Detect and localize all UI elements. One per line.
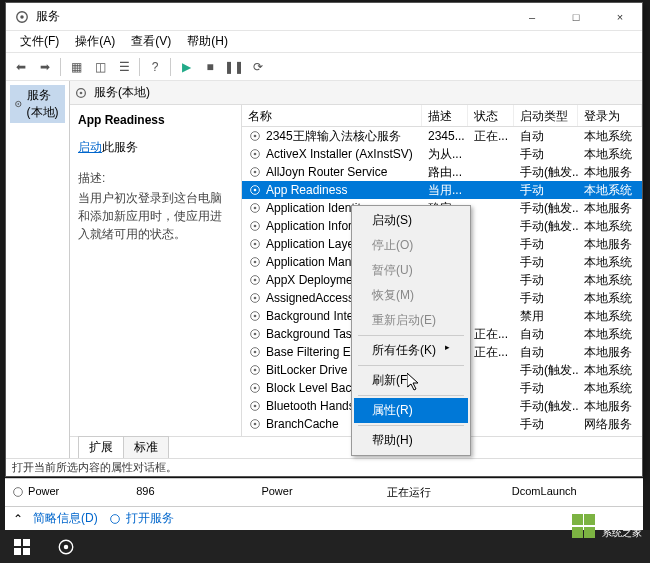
content-area: 服务(本地) 服务(本地) App Readiness 启动此服务 描述: 当用… (6, 81, 642, 458)
svg-rect-49 (23, 539, 30, 546)
background-process-row: Power 896 Power 正在运行 DcomLaunch (5, 478, 643, 506)
details-pane: App Readiness 启动此服务 描述: 当用户初次登录到这台电脑和添加新… (70, 105, 242, 436)
menu-item[interactable]: 帮助(H) (354, 428, 468, 453)
menu-separator (358, 395, 464, 396)
window-title: 服务 (36, 8, 510, 25)
menu-item[interactable]: 属性(R) (354, 398, 468, 423)
stop-button[interactable]: ■ (199, 56, 221, 78)
svg-point-17 (254, 225, 257, 228)
service-icon (248, 399, 262, 413)
statusbar: 打开当前所选内容的属性对话框。 (6, 458, 642, 476)
svg-point-5 (80, 91, 83, 94)
svg-point-21 (254, 261, 257, 264)
export-button[interactable]: ◫ (89, 56, 111, 78)
svg-rect-50 (14, 548, 21, 555)
menu-help[interactable]: 帮助(H) (179, 31, 236, 52)
titlebar[interactable]: 服务 – □ × (6, 3, 642, 31)
service-icon (248, 381, 262, 395)
properties-button[interactable]: ☰ (113, 56, 135, 78)
start-link[interactable]: 启动 (78, 140, 102, 154)
svg-point-53 (64, 544, 69, 549)
main-header-title: 服务(本地) (94, 84, 150, 101)
menu-item[interactable]: 所有任务(K) (354, 338, 468, 363)
expand-toggle[interactable]: ⌃ (13, 512, 23, 526)
svg-point-27 (254, 315, 257, 318)
services-icon (14, 9, 30, 25)
svg-point-1 (20, 15, 24, 19)
maximize-button[interactable]: □ (554, 3, 598, 31)
svg-point-35 (254, 387, 257, 390)
start-menu-button[interactable] (0, 530, 44, 563)
svg-point-31 (254, 351, 257, 354)
menu-item: 暂停(U) (354, 258, 468, 283)
svg-point-15 (254, 207, 257, 210)
service-icon (248, 327, 262, 341)
service-icon (248, 201, 262, 215)
forward-button[interactable]: ➡ (34, 56, 56, 78)
tree-label: 服务(本地) (27, 87, 61, 121)
col-name[interactable]: 名称 (242, 105, 422, 126)
start-service-action: 启动此服务 (78, 139, 233, 156)
gear-icon (108, 512, 122, 526)
bg-status: 正在运行 (387, 485, 512, 500)
service-row[interactable]: App Readiness当用...手动本地系统 (242, 181, 642, 199)
service-row[interactable]: 2345王牌输入法核心服务2345...正在...自动本地系统 (242, 127, 642, 145)
menu-action[interactable]: 操作(A) (67, 31, 123, 52)
toolbar: ⬅ ➡ ▦ ◫ ☰ ? ▶ ■ ❚❚ ⟳ (6, 53, 642, 81)
background-footer: ⌃ 简略信息(D) 打开服务 (5, 506, 643, 530)
menu-item[interactable]: 启动(S) (354, 208, 468, 233)
back-button[interactable]: ⬅ (10, 56, 32, 78)
svg-point-9 (254, 153, 257, 156)
service-icon (248, 165, 262, 179)
svg-point-19 (254, 243, 257, 246)
restart-button[interactable]: ⟳ (247, 56, 269, 78)
col-logon[interactable]: 登录为 (578, 105, 642, 126)
service-icon (248, 417, 262, 431)
svg-point-3 (17, 103, 19, 105)
service-icon (248, 255, 262, 269)
service-icon (248, 345, 262, 359)
show-hide-button[interactable]: ▦ (65, 56, 87, 78)
bg-group: DcomLaunch (512, 485, 637, 500)
col-startup[interactable]: 启动类型 (514, 105, 578, 126)
col-desc[interactable]: 描述 (422, 105, 468, 126)
menu-separator (358, 365, 464, 366)
col-status[interactable]: 状态 (468, 105, 514, 126)
service-row[interactable]: ActiveX Installer (AxInstSV)为从...手动本地系统 (242, 145, 642, 163)
start-button[interactable]: ▶ (175, 56, 197, 78)
tree-services-local[interactable]: 服务(本地) (10, 85, 65, 123)
description-label: 描述: (78, 170, 233, 187)
minimize-button[interactable]: – (510, 3, 554, 31)
svg-point-13 (254, 189, 257, 192)
watermark-logo (572, 514, 596, 538)
menu-item: 停止(O) (354, 233, 468, 258)
services-window: 服务 – □ × 文件(F) 操作(A) 查看(V) 帮助(H) ⬅ ➡ ▦ ◫… (5, 2, 643, 477)
close-button[interactable]: × (598, 3, 642, 31)
context-menu[interactable]: 启动(S)停止(O)暂停(U)恢复(M)重新启动(E)所有任务(K)刷新(F)属… (351, 205, 471, 456)
brief-info-link[interactable]: 简略信息(D) (33, 510, 98, 527)
open-services-link[interactable]: 打开服务 (108, 510, 174, 527)
menu-item: 重新启动(E) (354, 308, 468, 333)
service-icon (248, 273, 262, 287)
service-icon (248, 147, 262, 161)
svg-point-23 (254, 279, 257, 282)
menu-view[interactable]: 查看(V) (123, 31, 179, 52)
settings-button[interactable] (44, 530, 88, 563)
menu-file[interactable]: 文件(F) (12, 31, 67, 52)
help-button[interactable]: ? (144, 56, 166, 78)
bg-desc: Power (261, 485, 386, 500)
tab-standard[interactable]: 标准 (123, 436, 169, 458)
taskbar[interactable] (0, 530, 650, 563)
menu-item[interactable]: 刷新(F) (354, 368, 468, 393)
tab-extended[interactable]: 扩展 (78, 436, 124, 458)
svg-point-39 (254, 423, 257, 426)
bg-pid: 896 (136, 485, 261, 500)
service-icon (248, 237, 262, 251)
main-header: 服务(本地) (70, 81, 642, 105)
watermark-text: Win10 系统之家 (602, 513, 642, 539)
service-icon (248, 219, 262, 233)
tree-sidebar: 服务(本地) (6, 81, 70, 458)
pause-button[interactable]: ❚❚ (223, 56, 245, 78)
service-row[interactable]: AllJoyn Router Service路由...手动(触发...本地服务 (242, 163, 642, 181)
service-icon (248, 129, 262, 143)
